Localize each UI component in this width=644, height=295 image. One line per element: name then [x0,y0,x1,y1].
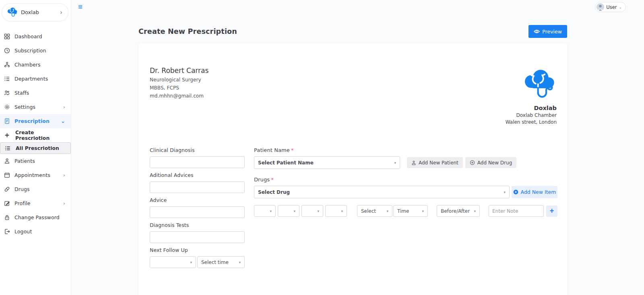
clock-icon [4,48,10,54]
caret-down-icon: ▾ [190,260,192,264]
plus-icon [4,132,10,139]
follow-up-time-select[interactable]: Select time ▾ [197,256,245,268]
page-title: Create New Prescription [138,27,237,35]
sidebar-item-all-prescription[interactable]: All Prescriotion [0,142,71,154]
user-label: User [606,4,617,10]
patient-select[interactable]: Select Patient Name ▾ [254,156,400,169]
caret-down-icon: ▾ [239,260,241,264]
patient-icon [4,158,10,164]
clinical-diagnosis-label: Clinical Diagnosis [150,147,245,153]
prescription-form: Clinical Diagnosis Aditional Advices Adv… [150,147,557,272]
doctor-specialty: Neurological Surgery [150,77,208,83]
caret-down-icon: ▾ [270,209,272,213]
chevron-down-icon: ⌄ [619,5,622,9]
caret-down-icon: ▾ [474,209,476,213]
prescription-card: Dr. Robert Carras Neurological Surgery M… [138,43,567,295]
sidebar-item-appointments[interactable]: Appointments › [0,168,71,182]
doctor-name: Dr. Robert Carras [150,66,208,75]
sidebar-item-settings[interactable]: Settings › [0,100,71,114]
content: Create New Prescription Preview Dr. Robe… [138,25,567,295]
sidebar: Doxlab › Dashboard Subscription Chambers… [0,0,71,295]
logout-icon [4,229,10,235]
sidebar-item-change-password[interactable]: Change Password [0,210,71,224]
sitemap-icon [4,62,10,68]
clinic-info: Doxlab Doxlab Chamber Walen street, Lond… [506,66,557,125]
main-area: ≡ User ⌄ Create New Prescription Preview [71,0,644,295]
drug-select[interactable]: Select Drug ▾ [254,186,510,198]
sidebar-item-patients[interactable]: Patients [0,154,71,168]
plus-circle-filled-icon [513,189,518,195]
calendar-icon [4,172,10,179]
doctor-email: md.mhhn@gmail.com [150,93,208,99]
advice-label: Advice [150,197,245,203]
sidebar-item-dashboard[interactable]: Dashboard [0,29,71,44]
next-follow-up-label: Next Follow Up [150,247,245,253]
app-root: Doxlab › Dashboard Subscription Chambers… [0,0,644,295]
sidebar-collapse-icon[interactable]: › [60,9,64,16]
time-select[interactable]: Time ▾ [393,205,428,217]
doctor-degrees: MBBS, FCPS [150,85,208,91]
add-drug-row-button[interactable]: + [546,206,557,217]
doxlab-logo-icon [6,6,18,19]
drug-option-select-1[interactable]: ▾ [254,205,276,217]
chevron-right-icon: › [63,104,67,110]
chevron-right-icon: › [63,172,67,178]
patient-icon [411,160,416,165]
brand-logo[interactable]: Doxlab › [2,3,68,21]
pill-icon [4,186,10,193]
sidebar-item-prescription[interactable]: Prescription ⌄ [0,114,71,128]
drug-option-select-2[interactable]: ▾ [278,205,299,217]
drug-option-select-4[interactable]: ▾ [325,205,347,217]
doctor-info: Dr. Robert Carras Neurological Surgery M… [150,66,208,125]
dose-select[interactable]: Select ▾ [357,205,392,217]
avatar [597,3,604,11]
patient-name-label: Patient Name* [254,147,557,153]
follow-up-date-select[interactable]: ▾ [150,256,196,268]
lock-icon [4,214,10,221]
additional-advices-label: Aditional Advices [150,172,245,178]
advice-input[interactable] [150,206,245,218]
clinical-diagnosis-input[interactable] [150,156,245,168]
dashboard-icon [4,33,10,40]
diagnosis-tests-label: Diagnosis Tests [150,222,245,228]
sidebar-item-profile[interactable]: Profile › [0,196,71,210]
chevron-down-icon: ⌄ [61,118,67,124]
chevron-right-icon: › [63,200,67,206]
required-asterisk: * [291,147,294,153]
caret-down-icon: ▾ [386,209,388,213]
note-input[interactable] [489,205,544,217]
doxlab-logo-icon [520,66,557,104]
add-new-drug-button[interactable]: Add New Drug [465,157,516,168]
meal-select[interactable]: Before/After M ▾ [437,205,480,217]
sidebar-item-drugs[interactable]: Drugs [0,182,71,196]
preview-button[interactable]: Preview [528,25,567,38]
drugs-label: Drugs* [254,177,557,183]
diagnosis-tests-input[interactable] [150,231,245,243]
clinic-name: Doxlab [534,105,557,111]
user-menu[interactable]: User ⌄ [595,2,626,12]
sidebar-item-subscription[interactable]: Subscription [0,44,71,58]
sidebar-item-departments[interactable]: Departments [0,72,71,86]
sidebar-item-create-prescription[interactable]: Create Prescriotion [0,128,71,142]
list-details-icon [4,145,11,152]
caret-down-icon: ▾ [394,161,396,165]
eye-icon [534,29,540,34]
plus-circle-icon [470,160,475,165]
caret-down-icon: ▾ [317,209,319,213]
sidebar-menu: Dashboard Subscription Chambers Departme… [0,29,71,239]
add-new-item-button[interactable]: Add New Item [512,186,557,198]
sidebar-item-logout[interactable]: Logout [0,224,71,239]
caret-down-icon: ▾ [293,209,295,213]
users-icon [4,90,10,96]
gear-icon [4,104,10,110]
additional-advices-input[interactable] [150,181,245,193]
sidebar-item-chambers[interactable]: Chambers [0,58,71,72]
prescription-icon [4,118,10,125]
caret-down-icon: ▾ [341,209,343,213]
clinic-chamber: Doxlab Chamber [516,112,557,118]
add-new-patient-button[interactable]: Add New Patient [407,157,463,168]
menu-toggle-button[interactable]: ≡ [78,3,83,10]
clinic-address: Walen street, London [506,119,557,125]
drug-option-select-3[interactable]: ▾ [301,205,323,217]
sidebar-item-staffs[interactable]: Staffs [0,86,71,100]
